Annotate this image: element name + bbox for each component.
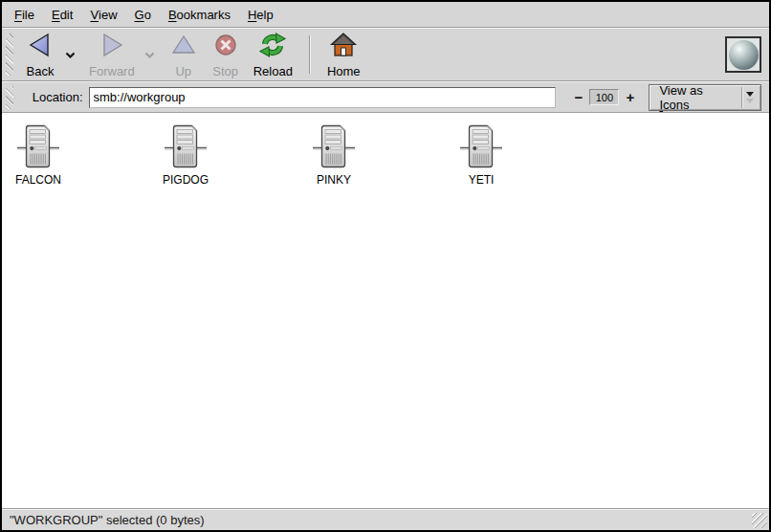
view-as-dropdown-icon <box>742 87 758 108</box>
zoom-in-button[interactable]: + <box>624 91 636 104</box>
menu-edit[interactable]: Edit <box>43 2 81 27</box>
server-label: FALCON <box>2 173 75 187</box>
server-icon <box>16 123 60 169</box>
server-label: PIGDOG <box>149 173 222 187</box>
menu-bar: File Edit View Go Bookmarks Help <box>2 2 769 28</box>
status-text: "WORKGROUP" selected (0 bytes) <box>10 513 205 527</box>
back-label: Back <box>27 64 55 78</box>
stop-button[interactable]: Stop <box>205 30 247 80</box>
stop-icon <box>211 33 240 61</box>
location-bar: Location: − 100 + View as Icons <box>2 81 769 113</box>
toolbar-drag-handle[interactable] <box>6 33 13 76</box>
menu-file[interactable]: File <box>6 2 43 27</box>
back-button[interactable]: Back <box>19 30 61 80</box>
home-label: Home <box>327 64 361 78</box>
resize-grip[interactable] <box>752 513 767 528</box>
zoom-level-indicator[interactable]: 100 <box>589 89 619 105</box>
server-label: PINKY <box>297 173 370 187</box>
forward-history-dropdown[interactable] <box>142 35 159 74</box>
home-button[interactable]: Home <box>320 30 367 80</box>
server-item-yeti[interactable]: YETI <box>445 123 518 187</box>
stop-label: Stop <box>212 64 238 78</box>
server-icon <box>164 123 208 169</box>
menu-go[interactable]: Go <box>126 2 160 27</box>
view-as-select[interactable]: View as Icons <box>649 84 761 111</box>
up-icon <box>169 33 198 61</box>
forward-button[interactable]: Forward <box>82 30 142 80</box>
back-history-dropdown[interactable] <box>61 35 78 74</box>
server-icon <box>459 123 503 169</box>
up-button[interactable]: Up <box>163 30 205 80</box>
server-item-pigdog[interactable]: PIGDOG <box>149 123 222 187</box>
forward-icon <box>98 33 126 61</box>
reload-button[interactable]: Reload <box>247 30 299 80</box>
reload-icon <box>258 33 287 61</box>
zoom-control: − 100 + <box>572 89 636 105</box>
menu-bookmarks[interactable]: Bookmarks <box>160 2 239 27</box>
toolbar-separator <box>309 35 311 74</box>
locationbar-drag-handle[interactable] <box>6 86 13 109</box>
zoom-out-button[interactable]: − <box>572 91 584 104</box>
reload-label: Reload <box>253 64 293 78</box>
status-bar: "WORKGROUP" selected (0 bytes) <box>2 509 769 530</box>
server-item-pinky[interactable]: PINKY <box>297 123 370 187</box>
location-input[interactable] <box>89 87 557 108</box>
icon-view[interactable]: FALCON PIGDOG <box>2 113 769 509</box>
server-icon <box>312 123 356 169</box>
toolbar: Back Forward Up <box>2 28 769 81</box>
menu-help[interactable]: Help <box>239 2 282 27</box>
up-label: Up <box>175 64 191 78</box>
view-as-label: View as Icons <box>659 83 733 112</box>
location-label: Location: <box>33 90 83 104</box>
file-manager-window: File Edit View Go Bookmarks Help Back <box>0 0 771 532</box>
throbber-globe-icon <box>729 40 759 70</box>
forward-label: Forward <box>89 64 135 78</box>
home-icon <box>329 33 358 61</box>
throbber <box>725 36 761 73</box>
server-item-falcon[interactable]: FALCON <box>2 123 75 187</box>
menu-view[interactable]: View <box>81 2 125 27</box>
server-label: YETI <box>445 173 518 187</box>
back-icon <box>26 33 55 61</box>
